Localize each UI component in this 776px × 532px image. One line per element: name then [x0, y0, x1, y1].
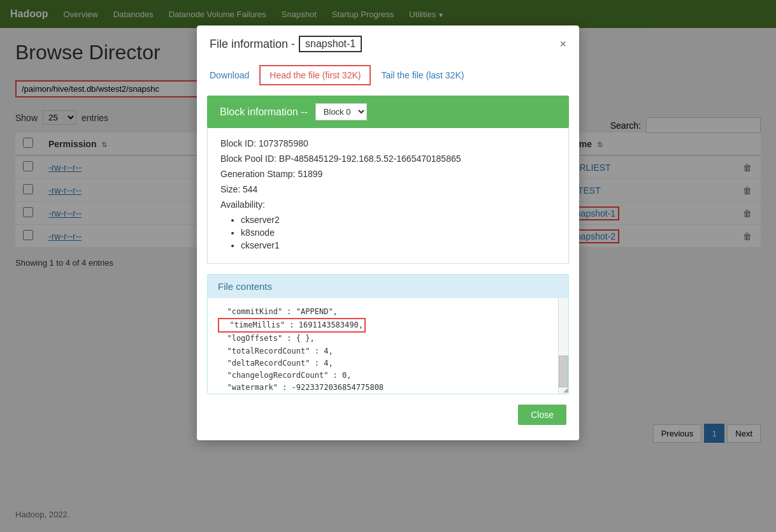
modal-header: File information - snapshot-1 × [197, 25, 579, 60]
file-contents-text: "commitKind" : "APPEND", "timeMillis" : … [218, 306, 558, 394]
tail-file-button[interactable]: Tail the file (last 32K) [381, 70, 464, 80]
head-file-button[interactable]: Head the file (first 32K) [259, 65, 371, 85]
file-line: "deltaRecordCount" : 4, [218, 359, 333, 368]
block-select[interactable]: Block 0 [315, 103, 367, 120]
file-line: "timeMillis" : 1691143583490, [218, 320, 366, 329]
block-pool-id: Block Pool ID: BP-485845129-192.168.5.52… [220, 154, 556, 164]
modal-actions: Download Head the file (first 32K) Tail … [197, 60, 579, 96]
block-details: Block ID: 1073785980 Block Pool ID: BP-4… [207, 128, 569, 264]
availability-list: ckserver2k8snodeckserver1 [220, 215, 556, 250]
file-line: "commitKind" : "APPEND", [218, 307, 338, 316]
file-line: "watermark" : -9223372036854775808 [218, 383, 384, 392]
scrollbar[interactable] [558, 298, 568, 394]
modal-overlay: File information - snapshot-1 × Download… [0, 0, 776, 532]
modal-title: File information - snapshot-1 [210, 36, 362, 52]
modal-title-file: snapshot-1 [299, 36, 362, 52]
availability-label: Availability: [220, 199, 556, 210]
availability-item: ckserver1 [241, 240, 556, 250]
block-info-label: Block information -- [220, 106, 308, 118]
availability-item: ckserver2 [241, 215, 556, 225]
file-line: "totalRecordCount" : 4, [218, 347, 333, 356]
download-button[interactable]: Download [210, 70, 249, 80]
file-contents-section: File contents "commitKind" : "APPEND", "… [207, 274, 569, 394]
file-line: "changelogRecordCount" : 0, [218, 371, 352, 380]
close-button[interactable]: Close [518, 405, 566, 425]
modal-footer: Close [197, 394, 579, 428]
file-line: "logOffsets" : { }, [218, 334, 315, 343]
resize-handle[interactable]: ◢ [561, 386, 568, 394]
modal-close-button[interactable]: × [559, 38, 566, 50]
scrollbar-thumb[interactable] [559, 356, 568, 387]
generation-stamp: Generation Stamp: 51899 [220, 169, 556, 179]
block-id: Block ID: 1073785980 [220, 138, 556, 148]
highlighted-line: "timeMillis" : 1691143583490, [218, 318, 366, 333]
file-contents-header: File contents [208, 275, 568, 298]
availability-item: k8snode [241, 227, 556, 238]
size: Size: 544 [220, 184, 556, 194]
modal-title-prefix: File information - [210, 38, 295, 51]
block-info-header: Block information -- Block 0 [207, 96, 569, 128]
file-contents-body[interactable]: "commitKind" : "APPEND", "timeMillis" : … [208, 298, 568, 394]
file-info-modal: File information - snapshot-1 × Download… [197, 25, 579, 440]
